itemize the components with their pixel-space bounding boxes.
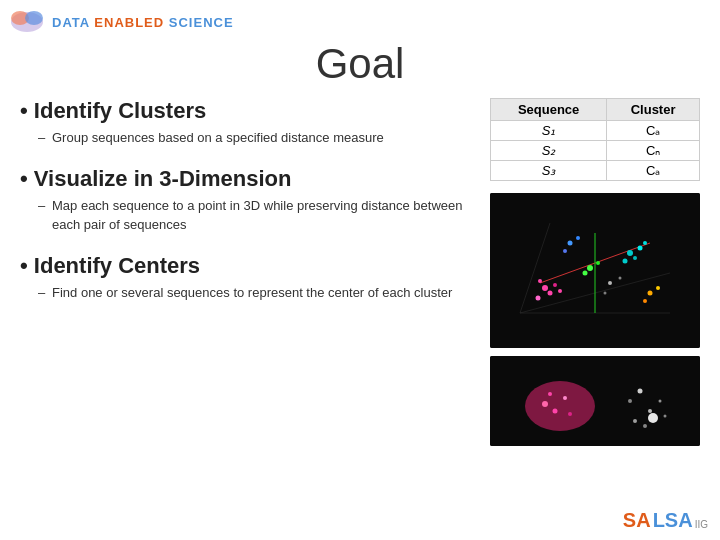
svg-point-34 [542,401,548,407]
svg-point-19 [623,259,628,264]
bullet-main-visualize: Visualize in 3-Dimension [20,166,464,192]
header: Data Enabled Science [8,8,234,36]
page-title: Goal [0,30,720,88]
svg-point-15 [627,250,633,256]
table-cell-clust1: Cₐ [607,121,700,141]
svg-point-11 [538,279,542,283]
svg-point-42 [659,400,662,403]
svg-point-40 [648,409,652,413]
sub-bullet-visualize: Map each sequence to a point in 3D while… [38,196,464,235]
svg-point-39 [638,389,643,394]
svg-point-21 [596,261,600,265]
svg-point-43 [643,424,647,428]
table-cell-seq2: S₂ [491,141,607,161]
svg-point-38 [548,392,552,396]
svg-point-2 [25,11,43,25]
cluster-table: Sequence Cluster S₁ Cₐ S₂ Cₙ S₃ Cₐ [490,98,700,181]
bullet-section-clusters: Identify Clusters Group sequences based … [20,98,464,148]
svg-point-24 [656,286,660,290]
table-row: S₁ Cₐ [491,121,700,141]
2d-cluster-plot [490,356,700,446]
svg-point-16 [638,246,643,251]
svg-point-12 [553,283,557,287]
svg-point-30 [619,277,622,280]
svg-point-22 [583,271,588,276]
svg-point-25 [643,299,647,303]
svg-point-10 [548,291,553,296]
left-column: Identify Clusters Group sequences based … [20,98,474,446]
svg-point-35 [553,409,558,414]
svg-point-13 [536,296,541,301]
svg-point-27 [576,236,580,240]
svg-point-9 [542,285,548,291]
table-cell-seq3: S₃ [491,161,607,181]
bottom-logo: SA LSA IIG [623,509,708,532]
table-header-cluster: Cluster [607,99,700,121]
svg-point-23 [648,291,653,296]
table-row: S₃ Cₐ [491,161,700,181]
svg-point-28 [563,249,567,253]
logo-iig-text: IIG [695,519,708,530]
svg-point-45 [628,399,632,403]
cluster-svg [490,356,700,446]
logo-sa-text: LSA [653,509,693,532]
site-title: Data Enabled Science [52,15,234,30]
svg-point-36 [563,396,567,400]
scatter-svg [490,193,700,348]
bullet-main-clusters: Identify Clusters [20,98,464,124]
sub-bullet-centers: Find one or several sequences to represe… [38,283,464,303]
bullet-section-visualize: Visualize in 3-Dimension Map each sequen… [20,166,464,235]
svg-point-14 [558,289,562,293]
table-cell-clust3: Cₐ [607,161,700,181]
table-header-sequence: Sequence [491,99,607,121]
table-cell-clust2: Cₙ [607,141,700,161]
svg-point-44 [664,415,667,418]
svg-point-17 [633,256,637,260]
svg-point-26 [568,241,573,246]
svg-point-20 [587,265,593,271]
sub-bullet-clusters: Group sequences based on a specified dis… [38,128,464,148]
svg-point-46 [648,413,658,423]
bullet-section-centers: Identify Centers Find one or several seq… [20,253,464,303]
svg-point-18 [643,241,647,245]
table-row: S₂ Cₙ [491,141,700,161]
svg-point-33 [525,381,595,431]
main-content: Identify Clusters Group sequences based … [0,98,720,446]
logo-sal-text: SA [623,509,651,532]
svg-point-29 [608,281,612,285]
svg-rect-32 [490,356,700,446]
table-cell-seq1: S₁ [491,121,607,141]
3d-scatter-plot [490,193,700,348]
right-column: Sequence Cluster S₁ Cₐ S₂ Cₙ S₃ Cₐ [490,98,700,446]
svg-point-31 [604,292,607,295]
bullet-main-centers: Identify Centers [20,253,464,279]
svg-point-37 [568,412,572,416]
svg-point-41 [633,419,637,423]
header-logo-icon [8,8,46,36]
